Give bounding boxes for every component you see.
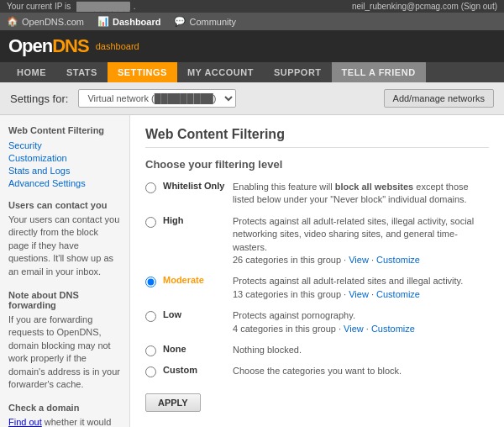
ip-info: Your current IP is █████████. bbox=[7, 2, 135, 11]
radio-custom[interactable] bbox=[145, 366, 156, 377]
tab-settings[interactable]: SETTINGS bbox=[108, 62, 177, 82]
dashboard-icon: 📊 bbox=[97, 16, 109, 27]
filter-option-whitelist: Whitelist Only Enabling this feature wil… bbox=[145, 181, 489, 207]
filter-option-high: High Protects against all adult-related … bbox=[145, 215, 489, 267]
check-title: Check a domain bbox=[8, 403, 121, 413]
radio-high[interactable] bbox=[145, 217, 156, 228]
desc-custom: Choose the categories you want to block. bbox=[233, 365, 402, 377]
radio-low[interactable] bbox=[145, 311, 156, 322]
home-icon: 🏠 bbox=[7, 16, 18, 27]
main-content: Settings for: Virtual network (█████████… bbox=[0, 82, 504, 427]
nav-bar: 🏠 OpenDNS.com 📊 Dashboard 💬 Community bbox=[0, 13, 504, 30]
tab-my-account[interactable]: MY ACCOUNT bbox=[177, 62, 264, 82]
radio-whitelist[interactable] bbox=[145, 182, 156, 193]
radio-none[interactable] bbox=[145, 345, 156, 356]
user-info: neil_rubenking@pcmag.com (Sign out) bbox=[352, 2, 497, 11]
moderate-customize-link[interactable]: Customize bbox=[376, 289, 420, 299]
desc-high: Protects against all adult-related sites… bbox=[233, 215, 489, 267]
section-title: Web Content Filtering bbox=[145, 127, 489, 148]
filter-option-none: None Nothing blocked. bbox=[145, 344, 489, 356]
high-customize-link[interactable]: Customize bbox=[376, 255, 420, 265]
tab-support[interactable]: SUPPORT bbox=[264, 62, 332, 82]
main-panel: Web Content Filtering Choose your filter… bbox=[130, 115, 504, 427]
sidebar-link-customization[interactable]: Customization bbox=[8, 153, 121, 163]
contact-title: Users can contact you bbox=[8, 200, 121, 210]
filter-option-custom: Custom Choose the categories you want to… bbox=[145, 365, 489, 377]
moderate-view-link[interactable]: View bbox=[349, 289, 369, 299]
network-select[interactable]: Virtual network (█████████) bbox=[78, 89, 236, 108]
low-view-link[interactable]: View bbox=[344, 324, 364, 334]
tab-stats[interactable]: STATS bbox=[56, 62, 108, 82]
high-view-link[interactable]: View bbox=[349, 255, 369, 265]
label-high: High bbox=[163, 215, 226, 225]
sidebar-section-contact: Users can contact you Your users can con… bbox=[8, 200, 121, 278]
nav-community[interactable]: 💬 Community bbox=[174, 16, 236, 27]
nav-opendns[interactable]: 🏠 OpenDNS.com bbox=[7, 16, 84, 27]
settings-for-label: Settings for: bbox=[10, 92, 68, 105]
sidebar-section-check: Check a domain Find out whether it would… bbox=[8, 403, 121, 427]
settings-header: Settings for: Virtual network (█████████… bbox=[0, 82, 504, 115]
check-text: Find out whether it would be blocked, an… bbox=[8, 416, 121, 427]
content-layout: Web Content Filtering Security Customiza… bbox=[0, 115, 504, 427]
sidebar-section-dns: Note about DNS forwarding If you are for… bbox=[8, 290, 121, 391]
label-none: None bbox=[163, 344, 226, 354]
add-manage-networks-button[interactable]: Add/manage networks bbox=[384, 89, 494, 108]
filter-section: Choose your filtering level Whitelist On… bbox=[145, 158, 489, 412]
top-bar: Your current IP is █████████. neil_ruben… bbox=[0, 0, 504, 13]
sidebar-section-filtering: Web Content Filtering Security Customiza… bbox=[8, 125, 121, 188]
desc-moderate: Protects against all adult-related sites… bbox=[233, 275, 463, 301]
dashboard-label: dashboard bbox=[96, 41, 139, 51]
find-out-link[interactable]: Find out bbox=[8, 417, 42, 427]
label-custom: Custom bbox=[163, 365, 226, 375]
radio-moderate[interactable] bbox=[145, 277, 156, 287]
label-moderate: Moderate bbox=[163, 275, 226, 285]
nav-dashboard[interactable]: 📊 Dashboard bbox=[97, 16, 160, 27]
ip-value: █████████ bbox=[76, 2, 130, 11]
sidebar-link-stats[interactable]: Stats and Logs bbox=[8, 166, 121, 176]
desc-whitelist: Enabling this feature will block all web… bbox=[233, 181, 489, 207]
sidebar-filtering-title: Web Content Filtering bbox=[8, 125, 121, 135]
filter-option-low: Low Protects against pornography. 4 cate… bbox=[145, 309, 489, 335]
user-email[interactable]: neil_rubenking@pcmag.com bbox=[352, 2, 459, 11]
filter-option-moderate: Moderate Protects against all adult-rela… bbox=[145, 275, 489, 301]
logo-bar: OpenDNS dashboard bbox=[0, 30, 504, 62]
sign-out-link[interactable]: (Sign out) bbox=[461, 2, 497, 11]
tab-tell-a-friend[interactable]: TELL A FRIEND bbox=[332, 62, 426, 82]
label-whitelist: Whitelist Only bbox=[163, 181, 226, 191]
desc-low: Protects against pornography. 4 categori… bbox=[233, 309, 415, 335]
dns-title: Note about DNS forwarding bbox=[8, 290, 121, 310]
sidebar-link-security[interactable]: Security bbox=[8, 140, 121, 150]
logo-text: OpenDNS bbox=[8, 35, 89, 57]
tab-home[interactable]: HOME bbox=[7, 62, 56, 82]
dns-text: If you are forwarding requests to OpenDN… bbox=[8, 314, 121, 391]
apply-button[interactable]: APPLY bbox=[145, 393, 201, 412]
left-sidebar: Web Content Filtering Security Customiza… bbox=[0, 115, 130, 427]
community-icon: 💬 bbox=[174, 16, 186, 27]
contact-text: Your users can contact you directly from… bbox=[8, 214, 121, 278]
sidebar-link-advanced[interactable]: Advanced Settings bbox=[8, 178, 121, 188]
tab-bar: HOME STATS SETTINGS MY ACCOUNT SUPPORT T… bbox=[0, 62, 504, 82]
label-low: Low bbox=[163, 309, 226, 319]
filter-heading: Choose your filtering level bbox=[145, 158, 489, 171]
logo: OpenDNS dashboard bbox=[8, 35, 139, 57]
desc-none: Nothing blocked. bbox=[233, 344, 302, 356]
low-customize-link[interactable]: Customize bbox=[371, 324, 415, 334]
